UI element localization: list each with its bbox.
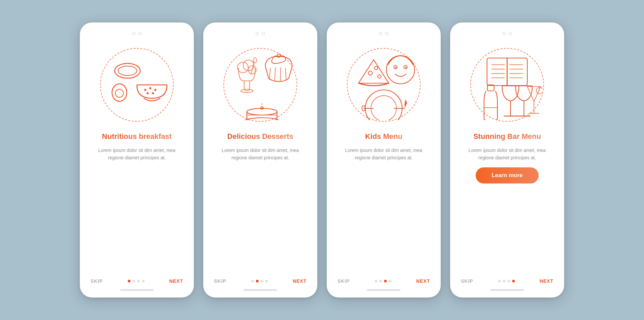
dot-active: [128, 280, 130, 282]
nav-bar-1: SKIP NEXT: [89, 278, 184, 284]
card-title-3: Kids Menu: [365, 132, 402, 141]
desserts-icon: [225, 50, 296, 120]
bar-menu-icon: [472, 50, 542, 120]
nav-bar-4: SKIP NEXT: [460, 278, 555, 284]
svg-line-18: [275, 67, 275, 81]
card-title-2: Delicious Desserts: [227, 132, 293, 141]
card-desc-4: Lorem ipsum dolor sit dim amet, mea regi…: [460, 147, 555, 162]
svg-point-31: [395, 67, 396, 68]
nav-bar-3: SKIP NEXT: [336, 278, 431, 284]
dot: [389, 280, 391, 282]
svg-point-7: [154, 89, 156, 91]
dot-active: [384, 280, 387, 282]
screens-container: Nutritious breakfast Lorem ipsum dolor s…: [80, 22, 564, 298]
bottom-bar-4: [490, 289, 524, 291]
notch-dot: [385, 32, 388, 35]
nav-dots-2: [251, 280, 268, 282]
svg-point-6: [149, 87, 151, 89]
svg-point-5: [144, 89, 146, 91]
card-title-1: Nutritious breakfast: [102, 132, 172, 141]
svg-point-26: [374, 66, 378, 70]
svg-point-21: [244, 118, 280, 120]
card-desc-1: Lorem ipsum dolor sit dim amet, mea regi…: [89, 147, 184, 162]
breakfast-icon: [103, 51, 170, 118]
svg-point-11: [237, 62, 248, 73]
svg-point-28: [386, 56, 415, 84]
notch-dot: [502, 32, 506, 35]
dot: [132, 280, 135, 282]
skip-button-4[interactable]: SKIP: [461, 278, 473, 284]
svg-point-1: [118, 66, 137, 75]
dot: [265, 280, 268, 282]
icon-area-3: [340, 41, 427, 128]
notch-dot: [138, 32, 142, 35]
dot: [379, 280, 382, 282]
skip-button-3[interactable]: SKIP: [337, 278, 350, 284]
nav-dots-4: [498, 280, 515, 282]
notch-dot: [256, 32, 259, 35]
notch-dot: [379, 32, 382, 35]
svg-point-0: [115, 63, 140, 78]
dot: [142, 280, 145, 282]
phone-card-3: Kids Menu Lorem ipsum dolor sit dim amet…: [327, 22, 441, 298]
dot-active: [256, 280, 259, 282]
nav-dots-3: [375, 280, 391, 282]
next-button-4[interactable]: NEXT: [540, 278, 553, 284]
phone-notch-4: [502, 32, 512, 35]
svg-point-32: [405, 67, 407, 68]
dot-active: [512, 280, 515, 282]
svg-point-9: [152, 92, 154, 94]
bottom-bar-3: [367, 289, 400, 291]
next-button-1[interactable]: NEXT: [169, 278, 183, 284]
phone-notch-3: [379, 32, 388, 35]
card-desc-2: Lorem ipsum dolor sit dim amet, mea regi…: [213, 147, 308, 162]
learn-more-button[interactable]: Learn more: [476, 167, 539, 183]
dot: [137, 280, 140, 282]
svg-line-20: [285, 68, 286, 80]
svg-line-14: [251, 61, 254, 75]
phone-card-2: Delicious Desserts Lorem ipsum dolor sit…: [203, 22, 317, 298]
bottom-bar-1: [120, 289, 154, 291]
svg-point-2: [112, 84, 127, 101]
icon-area-2: [217, 41, 304, 128]
dot: [261, 280, 263, 282]
dot: [507, 280, 510, 282]
svg-point-8: [147, 92, 149, 94]
kids-menu-icon: [348, 50, 419, 120]
svg-point-3: [115, 89, 123, 97]
phone-card-4: Stunning Bar Menu Lorem ipsum dolor sit …: [450, 22, 564, 298]
dot: [251, 280, 254, 282]
notch-dot: [508, 32, 512, 35]
icon-area-1: [93, 41, 180, 128]
svg-point-34: [371, 96, 396, 120]
dot: [503, 280, 505, 282]
svg-point-60: [536, 87, 542, 94]
icon-area-4: [464, 41, 551, 128]
card-desc-3: Lorem ipsum dolor sit dim amet, mea regi…: [336, 147, 431, 162]
nav-bar-2: SKIP NEXT: [213, 278, 308, 284]
nav-dots-1: [128, 280, 145, 282]
skip-button-2[interactable]: SKIP: [214, 278, 226, 284]
dot: [375, 280, 377, 282]
bottom-bar-2: [244, 289, 277, 291]
svg-point-33: [365, 90, 402, 120]
skip-button-1[interactable]: SKIP: [91, 278, 103, 284]
svg-line-17: [269, 68, 270, 80]
phone-notch-1: [132, 32, 142, 35]
svg-point-15: [253, 58, 257, 63]
next-button-3[interactable]: NEXT: [416, 278, 430, 284]
card-title-4: Stunning Bar Menu: [473, 132, 541, 141]
phone-notch-2: [256, 32, 265, 35]
next-button-2[interactable]: NEXT: [293, 278, 307, 284]
svg-point-27: [378, 75, 381, 78]
dot: [498, 280, 501, 282]
notch-dot: [132, 32, 136, 35]
notch-dot: [262, 32, 265, 35]
svg-point-25: [368, 71, 372, 75]
phone-card-1: Nutritious breakfast Lorem ipsum dolor s…: [80, 22, 194, 298]
